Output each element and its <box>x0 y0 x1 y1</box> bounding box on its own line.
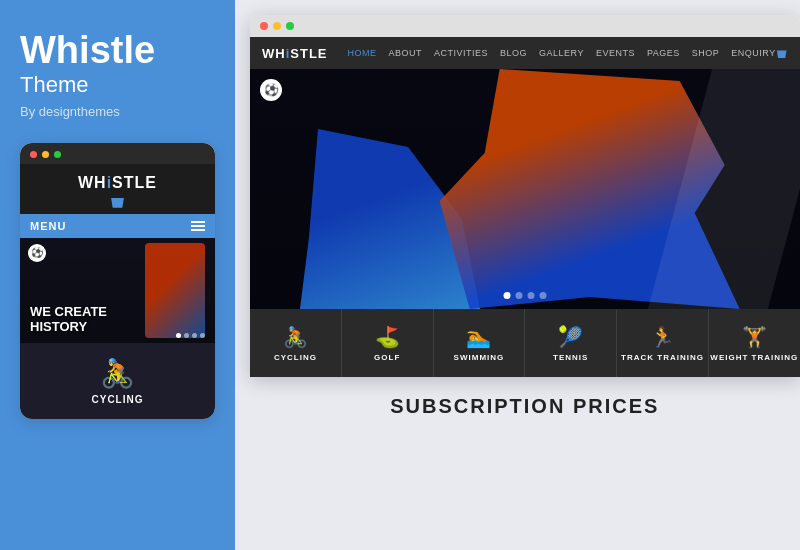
mobile-header: WHiSTLE <box>20 164 215 214</box>
sport-swimming[interactable]: 🏊 SWIMMING <box>434 309 526 377</box>
theme-subtitle: Theme <box>20 72 215 98</box>
hamburger-line-1 <box>191 221 205 223</box>
sports-bar: 🚴 CYCLING ⛳ GOLF 🏊 SWIMMING 🎾 TENNIS 🏃 T… <box>250 309 800 377</box>
mobile-logo-accent: i <box>107 174 112 191</box>
left-panel: Whistle Theme By designthemes WHiSTLE ME… <box>0 0 235 550</box>
mobile-dot-2 <box>184 333 189 338</box>
browser-dot-yellow <box>273 22 281 30</box>
subscription-title: SUBSCRIPTION PRICES <box>250 395 800 418</box>
mobile-logo: WHiSTLE <box>20 174 215 192</box>
track-sport-icon: 🏃 <box>650 325 675 349</box>
hero-dot-2 <box>515 292 522 299</box>
bottom-section: SUBSCRIPTION PRICES <box>235 377 800 550</box>
cycling-icon: 🚴 <box>100 357 135 390</box>
cycling-label: CYCLING <box>92 394 144 405</box>
sport-track[interactable]: 🏃 TRACK TRAINING <box>617 309 709 377</box>
cart-icon[interactable] <box>776 48 788 58</box>
track-sport-label: TRACK TRAINING <box>621 353 704 362</box>
right-panel: WHiSTLE HOME ABOUT ACTIVITIES BLOG GALLE… <box>235 0 800 550</box>
mobile-dot-4 <box>200 333 205 338</box>
browser-logo: WHiSTLE <box>262 46 328 61</box>
mobile-dot-green <box>54 151 61 158</box>
theme-title-block: Whistle Theme By designthemes <box>20 30 215 119</box>
nav-activities[interactable]: ACTIVITIES <box>434 48 488 58</box>
golf-sport-label: GOLF <box>374 353 400 362</box>
swimming-sport-label: SWIMMING <box>454 353 505 362</box>
mobile-soccer-icon: ⚽ <box>28 244 46 262</box>
sport-cycling[interactable]: 🚴 CYCLING <box>250 309 342 377</box>
mobile-cycling-section: 🚴 CYCLING <box>20 343 215 419</box>
cycling-sport-icon: 🚴 <box>283 325 308 349</box>
tennis-sport-label: TENNIS <box>553 353 588 362</box>
theme-title: Whistle <box>20 30 215 72</box>
weight-sport-label: WEIGHT TRAINING <box>710 353 798 362</box>
mobile-dot-1 <box>176 333 181 338</box>
browser-nav-links: HOME ABOUT ACTIVITIES BLOG GALLERY EVENT… <box>348 48 776 58</box>
sport-golf[interactable]: ⛳ GOLF <box>342 309 434 377</box>
tennis-sport-icon: 🎾 <box>558 325 583 349</box>
theme-author: By designthemes <box>20 104 215 119</box>
browser-nav: WHiSTLE HOME ABOUT ACTIVITIES BLOG GALLE… <box>250 37 800 69</box>
mobile-menu-bar[interactable]: MENU <box>20 214 215 238</box>
browser-hero: ⚽ <box>250 69 800 309</box>
weight-sport-icon: 🏋 <box>742 325 767 349</box>
mobile-menu-label: MENU <box>30 220 66 232</box>
hero-dot-3 <box>527 292 534 299</box>
sport-weight[interactable]: 🏋 WEIGHT TRAINING <box>709 309 800 377</box>
hamburger-line-3 <box>191 229 205 231</box>
swimming-sport-icon: 🏊 <box>466 325 491 349</box>
nav-about[interactable]: ABOUT <box>389 48 423 58</box>
mobile-mockup: WHiSTLE MENU ⚽ WE CREATEHISTORY <box>20 143 215 419</box>
browser-mockup: WHiSTLE HOME ABOUT ACTIVITIES BLOG GALLE… <box>250 15 800 377</box>
mobile-dot-3 <box>192 333 197 338</box>
mobile-hero-dots <box>176 333 205 338</box>
nav-blog[interactable]: BLOG <box>500 48 527 58</box>
hamburger-line-2 <box>191 225 205 227</box>
nav-pages[interactable]: PAGES <box>647 48 680 58</box>
golf-sport-icon: ⛳ <box>375 325 400 349</box>
mobile-hero-text: WE CREATEHISTORY <box>30 304 107 335</box>
mobile-topbar <box>20 143 215 164</box>
nav-enquiry[interactable]: ENQUIRY <box>731 48 775 58</box>
mobile-hero: ⚽ WE CREATEHISTORY <box>20 238 215 343</box>
nav-gallery[interactable]: GALLERY <box>539 48 584 58</box>
hero-dots <box>503 292 546 299</box>
sport-tennis[interactable]: 🎾 TENNIS <box>525 309 617 377</box>
browser-dot-green <box>286 22 294 30</box>
hero-dot-1 <box>503 292 510 299</box>
mobile-dot-red <box>30 151 37 158</box>
hero-soccer-icon: ⚽ <box>260 79 282 101</box>
browser-topbar <box>250 15 800 37</box>
cycling-sport-label: CYCLING <box>274 353 317 362</box>
nav-home[interactable]: HOME <box>348 48 377 58</box>
nav-events[interactable]: EVENTS <box>596 48 635 58</box>
mobile-hero-player <box>145 243 205 338</box>
mobile-dot-yellow <box>42 151 49 158</box>
nav-shop[interactable]: SHOP <box>692 48 720 58</box>
browser-logo-accent: i <box>286 46 291 61</box>
browser-dot-red <box>260 22 268 30</box>
hero-dot-4 <box>539 292 546 299</box>
hamburger-icon[interactable] <box>191 221 205 231</box>
